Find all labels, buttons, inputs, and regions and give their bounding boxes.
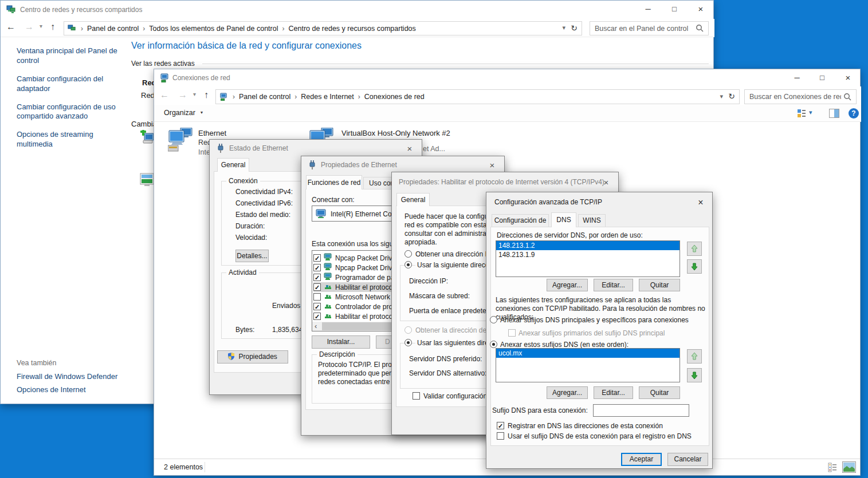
- recent-pages-dropdown-icon[interactable]: ▾: [40, 23, 42, 29]
- breadcrumb-item[interactable]: Conexiones de red: [364, 93, 425, 101]
- nsc-minimize-button[interactable]: ─: [635, 1, 661, 18]
- sidebar-item-firewall[interactable]: Firewall de Windows Defender: [17, 372, 117, 382]
- refresh-icon[interactable]: ↻: [728, 92, 735, 101]
- radio-append-these-suffixes[interactable]: [490, 341, 497, 348]
- nc-search-input[interactable]: [745, 90, 856, 104]
- nc-minimize-button[interactable]: ─: [784, 69, 810, 86]
- dns-move-down-button[interactable]: [687, 259, 702, 274]
- thumbnail-view-icon[interactable]: [842, 461, 856, 475]
- nc-search[interactable]: [744, 89, 857, 104]
- props-close-icon[interactable]: ×: [486, 160, 498, 171]
- nc-breadcrumb[interactable]: › Panel de control › Redes e Internet › …: [215, 89, 740, 104]
- up-icon[interactable]: ↑: [50, 22, 55, 32]
- dns-edit-button[interactable]: Editar...: [594, 279, 633, 291]
- checkbox-checked-icon[interactable]: ✓: [313, 303, 321, 310]
- nsc-maximize-button[interactable]: □: [661, 1, 688, 18]
- nsc-breadcrumb[interactable]: › Panel de control › Todos los elementos…: [64, 21, 582, 35]
- connection-suffix-input[interactable]: [594, 405, 689, 416]
- dns-server-row[interactable]: 148.213.1.9: [496, 250, 680, 259]
- forward-icon[interactable]: →: [178, 90, 187, 100]
- install-button[interactable]: Instalar...: [312, 335, 370, 349]
- status-close-icon[interactable]: ×: [403, 143, 416, 155]
- details-view-icon[interactable]: [828, 463, 838, 475]
- sidebar-item-internet-options[interactable]: Opciones de Internet: [17, 385, 86, 395]
- tab-networking[interactable]: Funciones de red: [306, 175, 362, 189]
- tcpip-close-icon[interactable]: ×: [600, 177, 612, 188]
- suffix-remove-button[interactable]: Quitar: [639, 386, 680, 399]
- radio-obtain-dns[interactable]: [404, 326, 412, 334]
- breadcrumb-item[interactable]: Centro de redes y recursos compartidos: [288, 25, 415, 33]
- ok-button[interactable]: Aceptar: [621, 453, 662, 466]
- tab-dns[interactable]: DNS: [551, 212, 576, 227]
- tab-wins[interactable]: WINS: [578, 214, 606, 227]
- back-icon[interactable]: ←: [6, 22, 15, 32]
- nsc-search-input[interactable]: [590, 22, 708, 35]
- dns-server-list[interactable]: 148.213.1.2 148.213.1.9: [496, 240, 680, 277]
- checkbox-checked-icon[interactable]: ✓: [313, 254, 321, 262]
- checkbox-checked-icon[interactable]: ✓: [313, 313, 321, 320]
- tab-ip-settings[interactable]: Configuración de IP: [492, 214, 549, 227]
- radio-obtain-ip[interactable]: [404, 250, 412, 258]
- dns-suffix-row-selected[interactable]: ucol.mx: [496, 349, 680, 358]
- nc-close-button[interactable]: ×: [835, 69, 861, 86]
- dns-add-button[interactable]: Agregar...: [547, 279, 588, 291]
- dns-suffix-list[interactable]: ucol.mx: [496, 348, 680, 382]
- radio-use-dns[interactable]: [404, 339, 412, 346]
- nsc-close-button[interactable]: ×: [688, 1, 714, 18]
- nsc-search[interactable]: [590, 21, 709, 35]
- help-icon[interactable]: ?: [849, 108, 859, 118]
- new-connection-icon[interactable]: [140, 130, 155, 147]
- forward-icon[interactable]: →: [25, 22, 34, 32]
- breadcrumb-item[interactable]: Panel de control: [87, 25, 139, 33]
- checkbox-checked-icon[interactable]: ✓: [313, 264, 321, 271]
- view-options-dropdown-icon[interactable]: ▾: [809, 109, 812, 116]
- troubleshoot-icon[interactable]: [140, 173, 154, 189]
- up-icon[interactable]: ↑: [204, 90, 209, 100]
- sidebar-item-change-adapter[interactable]: Cambiar configuración del adaptador: [17, 74, 121, 94]
- register-dns-checkbox[interactable]: ✓: [497, 422, 504, 429]
- sidebar-item-advanced-sharing[interactable]: Cambiar configuración de uso compartido …: [17, 102, 121, 122]
- preview-pane-icon[interactable]: [829, 109, 839, 120]
- suffix-add-button[interactable]: Agregar...: [547, 386, 588, 399]
- suffix-edit-button[interactable]: Editar...: [594, 386, 633, 399]
- checkbox-checked-icon[interactable]: ✓: [313, 274, 321, 281]
- sidebar-item-control-panel-home[interactable]: Ventana principal del Panel de control: [17, 46, 121, 66]
- address-dropdown-icon[interactable]: ▾: [720, 93, 723, 100]
- breadcrumb-item[interactable]: Panel de control: [239, 93, 290, 101]
- protocol-icon: [324, 311, 332, 322]
- search-icon[interactable]: [843, 93, 852, 104]
- scroll-left-icon[interactable]: ‹: [315, 322, 317, 331]
- sidebar-item-media-streaming[interactable]: Opciones de streaming multimedia: [17, 130, 121, 149]
- suffix-move-up-button[interactable]: [687, 349, 702, 364]
- checkbox-checked-icon[interactable]: ✓: [313, 283, 321, 291]
- adv-close-icon[interactable]: ×: [694, 197, 707, 208]
- connection-suffix-field[interactable]: [593, 404, 689, 417]
- dns-server-row-selected[interactable]: 148.213.1.2: [496, 241, 680, 250]
- properties-button[interactable]: Propiedades: [217, 350, 288, 364]
- tab-general-tcpip[interactable]: General: [396, 193, 430, 206]
- tab-general-status[interactable]: General: [217, 158, 249, 172]
- validate-checkbox[interactable]: [413, 392, 420, 400]
- use-suffix-checkbox[interactable]: [497, 432, 504, 440]
- radio-append-primary-suffixes[interactable]: [490, 316, 497, 323]
- refresh-icon[interactable]: ↻: [571, 23, 578, 33]
- breadcrumb-item[interactable]: Redes e Internet: [301, 93, 354, 101]
- dns-remove-button[interactable]: Quitar: [639, 279, 680, 291]
- back-icon[interactable]: ←: [160, 90, 169, 100]
- status-divider: [205, 462, 205, 472]
- radio-use-ip[interactable]: [404, 261, 412, 268]
- checkbox-append-parent[interactable]: [508, 329, 516, 337]
- view-options-icon[interactable]: [797, 109, 806, 120]
- recent-pages-dropdown-icon[interactable]: ▾: [193, 91, 196, 97]
- address-dropdown-icon[interactable]: ▾: [562, 24, 565, 31]
- cancel-button[interactable]: Cancelar: [667, 453, 708, 466]
- search-icon[interactable]: [696, 24, 704, 35]
- suffix-move-down-button[interactable]: [687, 368, 702, 382]
- nc-maximize-button[interactable]: □: [810, 69, 835, 86]
- organize-button[interactable]: Organizar ▼: [164, 109, 203, 117]
- dns-move-up-button[interactable]: [687, 242, 702, 256]
- details-button[interactable]: Detalles...: [235, 250, 269, 262]
- uses-items-label: Esta conexión usa los siguient: [312, 240, 404, 248]
- breadcrumb-item[interactable]: Todos los elementos de Panel de control: [149, 25, 278, 33]
- checkbox-unchecked-icon[interactable]: [313, 293, 321, 301]
